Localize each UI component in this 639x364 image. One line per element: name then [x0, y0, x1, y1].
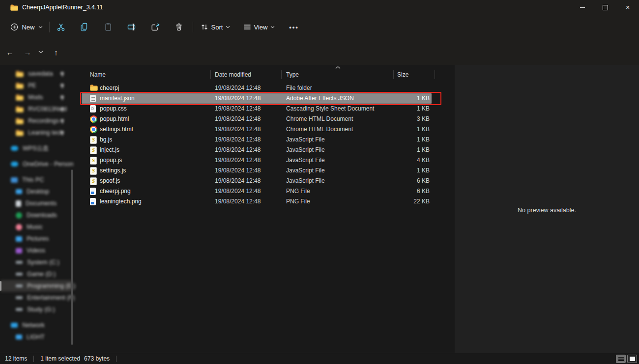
large-icons-view-icon [630, 357, 635, 361]
sidebar-item-downloads[interactable]: Downloads [0, 209, 73, 221]
pin-icon [60, 72, 64, 75]
minimize-button[interactable] [571, 0, 594, 15]
column-header-name[interactable]: Name [90, 71, 106, 78]
column-divider[interactable] [435, 70, 435, 79]
sidebar-item-label: System (C:) [27, 259, 59, 266]
column-divider[interactable] [281, 70, 282, 79]
status-divider [33, 356, 34, 362]
column-divider[interactable] [393, 70, 394, 79]
file-row-bg-js[interactable]: bg.js19/08/2024 12:48JavaScript File1 KB [82, 135, 432, 145]
close-button[interactable]: × [616, 0, 639, 15]
details-view-toggle[interactable] [616, 355, 626, 363]
file-name: popup.html [100, 114, 129, 124]
share-button[interactable] [146, 19, 165, 35]
sidebar-item-light[interactable]: LIGHT [0, 331, 73, 343]
sidebar-item-music[interactable]: Music [0, 221, 73, 233]
history-chevron-button[interactable] [35, 45, 46, 59]
file-row-spoof-js[interactable]: spoof.js19/08/2024 12:48JavaScript File6… [82, 176, 432, 186]
copy-button[interactable] [75, 19, 94, 35]
sidebar-item-game-d[interactable]: Game (D:) [0, 268, 73, 280]
sidebar-item-onedrive-person[interactable]: OneDrive - Person [0, 158, 73, 170]
file-name: manifest.json [100, 93, 135, 104]
selection-size: 673 bytes [84, 355, 110, 362]
file-type: JavaScript File [286, 135, 325, 145]
paste-button[interactable] [99, 19, 117, 35]
drive-icon [16, 284, 23, 287]
more-options-button[interactable]: ••• [284, 19, 304, 35]
sidebar-item-system-c[interactable]: System (C:) [0, 256, 73, 268]
file-type: Cascading Style Sheet Document [286, 104, 374, 114]
sidebar-item-this-pc[interactable]: This PC [0, 174, 73, 186]
sidebar-scrollbar[interactable] [71, 169, 73, 345]
sidebar-item-wps[interactable]: WPS云盘 [0, 142, 73, 154]
file-type: JavaScript File [286, 166, 325, 176]
sidebar-item-pictures[interactable]: Pictures [0, 233, 73, 245]
sidebar-item-label: WPS云盘 [23, 144, 49, 153]
sidebar-item-savedata[interactable]: savedata [0, 68, 73, 80]
sidebar-item-label: OneDrive - Person [23, 161, 74, 168]
sidebar-item-leaning-tech[interactable]: Leaning tech [0, 127, 73, 139]
downloads-icon [16, 212, 22, 219]
file-row-popup-js[interactable]: popup.js19/08/2024 12:48JavaScript File4… [82, 155, 432, 166]
drive-icon [16, 261, 23, 264]
folder-icon [16, 71, 24, 77]
toolbar-divider [49, 22, 50, 32]
file-type: JavaScript File [286, 145, 325, 155]
file-row-cheerpj-png[interactable]: cheerpj.png19/08/2024 12:48PNG File6 KB [82, 186, 432, 196]
file-row-popup-css[interactable]: popup.css19/08/2024 12:48Cascading Style… [82, 104, 432, 114]
file-size: 1 KB [417, 135, 430, 145]
back-button[interactable]: ← [3, 45, 17, 59]
large-icons-view-toggle[interactable] [627, 355, 637, 363]
sidebar-item-recordings[interactable]: Recordings [0, 115, 73, 127]
sidebar-item-rvc0813nvid[interactable]: RVC0813Nvid [0, 103, 73, 115]
maximize-button[interactable] [594, 0, 616, 15]
preview-message: No preview available. [455, 207, 639, 214]
file-row-settings-html[interactable]: settings.html19/08/2024 12:48Chrome HTML… [82, 124, 432, 135]
up-button[interactable]: ↑ [49, 45, 63, 59]
file-date-modified: 19/08/2024 12:48 [215, 176, 261, 186]
sidebar-item-entertainment-f[interactable]: Entertainment (F) [0, 292, 73, 304]
column-header-date-modified[interactable]: Date modified [215, 71, 251, 78]
sidebar-item-label: Pictures [27, 235, 49, 242]
sidebar-item-label: Network [22, 322, 45, 329]
main-content: savedataPEModsRVC0813NvidRecordingsLeani… [0, 65, 639, 353]
file-type: PNG File [286, 196, 310, 207]
json-document-icon [90, 95, 96, 102]
file-row-inject-js[interactable]: inject.js19/08/2024 12:48JavaScript File… [82, 145, 432, 155]
sidebar-item-desktop[interactable]: Desktop [0, 186, 73, 197]
file-size: 22 KB [413, 196, 430, 207]
file-row-cheerpj[interactable]: cheerpj19/08/2024 12:48File folder [82, 83, 432, 93]
column-header-type[interactable]: Type [286, 71, 299, 78]
folder-icon [16, 130, 24, 136]
sidebar-item-mods[interactable]: Mods [0, 91, 73, 103]
file-row-settings-js[interactable]: settings.js19/08/2024 12:48JavaScript Fi… [82, 166, 432, 176]
new-button[interactable]: New [7, 19, 46, 35]
sort-button[interactable]: Sort [197, 19, 234, 35]
sidebar-item-pe[interactable]: PE [0, 80, 73, 91]
forward-button[interactable]: → [21, 45, 34, 59]
file-row-leaningtech-png[interactable]: leaningtech.png19/08/2024 12:48PNG File2… [82, 196, 432, 207]
file-type: JavaScript File [286, 176, 325, 186]
view-button[interactable]: View [240, 19, 278, 35]
sort-arrows-icon [201, 23, 208, 31]
sidebar-item-videos[interactable]: Videos [0, 245, 73, 256]
sidebar-item-documents[interactable]: Documents [0, 197, 73, 209]
sidebar-item-programming-e[interactable]: Programming (E:) [0, 280, 73, 292]
preview-pane: No preview available. [455, 65, 639, 353]
column-divider[interactable] [210, 70, 211, 79]
delete-button[interactable] [170, 19, 188, 35]
rename-button[interactable] [122, 19, 141, 35]
sidebar-item-network[interactable]: Network [0, 319, 73, 331]
plus-circle-icon [10, 23, 18, 31]
sidebar-item-study-g[interactable]: Study (G:) [0, 304, 73, 315]
cut-button[interactable] [52, 19, 70, 35]
file-date-modified: 19/08/2024 12:48 [215, 114, 261, 124]
file-type: File folder [286, 83, 312, 93]
column-header-size[interactable]: Size [397, 71, 408, 78]
file-row-popup-html[interactable]: popup.html19/08/2024 12:48Chrome HTML Do… [82, 114, 432, 124]
file-row-manifest-json[interactable]: manifest.json19/08/2024 12:48Adobe After… [82, 93, 432, 104]
cloud-icon [11, 146, 18, 151]
rename-icon [127, 23, 137, 31]
file-name: popup.js [100, 155, 122, 166]
sidebar-item-label: Entertainment (F) [27, 294, 75, 301]
